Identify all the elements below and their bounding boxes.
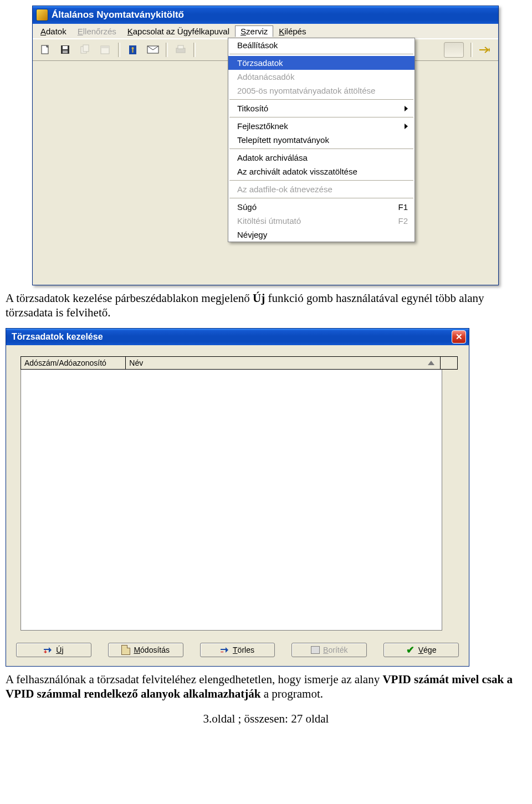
tool-copy-icon	[76, 42, 95, 58]
menu-separator	[229, 54, 413, 54]
menu-torzsadatok[interactable]: Törzsadatok	[228, 56, 415, 70]
col-adoszam[interactable]: Adószám/Adóazonosító	[21, 356, 125, 370]
plus-icon: +	[44, 646, 53, 654]
menu-fejlesztoknek[interactable]: Fejlesztőknek	[228, 119, 415, 133]
menu-szerviz[interactable]: Szerviz	[235, 25, 273, 37]
menu-titkosito[interactable]: Titkosító	[228, 101, 415, 115]
menu-utmutato: Kitöltési útmutatóF2	[228, 214, 415, 228]
dialog-buttons: + Új Módosítás − Törles Boríték ✔ Vége	[6, 635, 469, 666]
torles-button[interactable]: − Törles	[200, 643, 275, 657]
status-indicator	[444, 42, 464, 58]
shortcut-label: F1	[398, 202, 408, 212]
check-icon: ✔	[406, 646, 415, 654]
menu-separator	[229, 117, 413, 117]
minus-icon: −	[221, 646, 229, 654]
svg-rect-13	[178, 45, 183, 49]
szerviz-dropdown: Beállítások Törzsadatok Adótanácsadók 20…	[228, 38, 415, 242]
paragraph-2: A felhasználónak a törzsadat felviteléhe…	[6, 672, 526, 701]
col-nev[interactable]: Név	[125, 356, 441, 370]
menu-attoltes: 2005-ös nyomtatványadatok áttöltése	[228, 84, 415, 98]
tool-mail-icon[interactable]	[144, 42, 162, 58]
table-body[interactable]	[21, 370, 442, 631]
tool-calendar-icon	[96, 42, 115, 58]
menu-telepitett[interactable]: Telepített nyomtatványok	[228, 133, 415, 147]
tool-key-icon[interactable]	[124, 42, 142, 58]
svg-text:+: +	[44, 649, 47, 654]
toolbar-separator	[166, 43, 168, 57]
svg-rect-3	[63, 50, 68, 53]
menu-beallitasok[interactable]: Beállítások	[228, 38, 415, 52]
shortcut-label: F2	[398, 216, 408, 226]
torles-rest: örles	[238, 646, 254, 654]
svg-text:−: −	[221, 649, 224, 654]
menu-adotanacsadok: Adótanácsadók	[228, 70, 415, 84]
app-icon	[36, 9, 48, 21]
modositas-rest: ódosítás	[140, 646, 170, 654]
menu-separator	[229, 198, 413, 198]
app-window: Általános Nyomtatványkitöltő Adatok Elle…	[32, 6, 499, 285]
submenu-arrow-icon	[405, 106, 408, 111]
sort-asc-icon	[428, 361, 434, 365]
menu-sugo[interactable]: SúgóF1	[228, 200, 415, 214]
submenu-arrow-icon	[405, 124, 408, 129]
titlebar: Általános Nyomtatványkitöltő	[33, 6, 498, 24]
menu-atnevezes: Az adatfile-ok átnevezése	[228, 182, 415, 196]
tool-new-icon[interactable]	[36, 42, 55, 58]
edit-doc-icon	[121, 646, 130, 654]
print-icon	[311, 646, 320, 654]
menu-archivalas[interactable]: Adatok archiválása	[228, 151, 415, 165]
vege-button[interactable]: ✔ Vége	[383, 643, 459, 657]
close-button[interactable]: ✕	[452, 330, 466, 344]
torzsadatok-dialog: Törzsadatok kezelése ✕ Adószám/Adóazonos…	[6, 328, 469, 667]
tool-hand-icon[interactable]	[476, 42, 495, 58]
vege-rest: ége	[423, 646, 436, 654]
toolbar-separator	[470, 43, 473, 57]
table-header: Adószám/Adóazonosító Név	[21, 356, 458, 370]
menu-kapcsolat[interactable]: Kapcsolat az Ügyfélkapuval	[122, 25, 235, 37]
menubar: Adatok Ellenőrzés Kapcsolat az Ügyfélkap…	[33, 24, 498, 39]
page-footer: 3.oldal ; összesen: 27 oldal	[6, 712, 526, 726]
menu-nevjegy[interactable]: Névjegy	[228, 228, 415, 242]
menu-kilepes[interactable]: Kilépés	[273, 25, 311, 37]
dialog-title: Törzsadatok kezelése	[12, 332, 103, 342]
menu-ellenorzes[interactable]: Ellenőrzés	[72, 25, 122, 37]
svg-rect-10	[132, 49, 134, 53]
menu-separator	[229, 148, 413, 149]
menu-separator	[229, 180, 413, 181]
menu-separator	[229, 99, 413, 100]
tool-print-icon	[171, 42, 190, 58]
menu-visszatoltes[interactable]: Az archivált adatok visszatöltése	[228, 165, 415, 178]
boritek-button: Boríték	[291, 643, 367, 657]
toolbar-separator	[193, 43, 196, 57]
modositas-button[interactable]: Módosítás	[108, 643, 183, 657]
col-scroll-stub	[441, 356, 458, 370]
toolbar-separator	[118, 43, 120, 57]
paragraph-1: A törzsadatok kezelése párbeszédablakon …	[6, 291, 526, 320]
tool-save-icon[interactable]	[56, 42, 75, 58]
menu-adatok[interactable]: Adatok	[35, 25, 72, 37]
svg-rect-5	[83, 45, 89, 52]
boritek-rest: oríték	[328, 646, 347, 654]
svg-rect-2	[63, 46, 68, 49]
dialog-body: Adószám/Adóazonosító Név	[6, 345, 469, 635]
window-title: Általános Nyomtatványkitöltő	[52, 9, 184, 21]
dialog-titlebar: Törzsadatok kezelése ✕	[6, 329, 469, 345]
svg-rect-7	[101, 46, 109, 48]
close-icon: ✕	[456, 332, 463, 342]
uj-button[interactable]: + Új	[16, 643, 91, 657]
